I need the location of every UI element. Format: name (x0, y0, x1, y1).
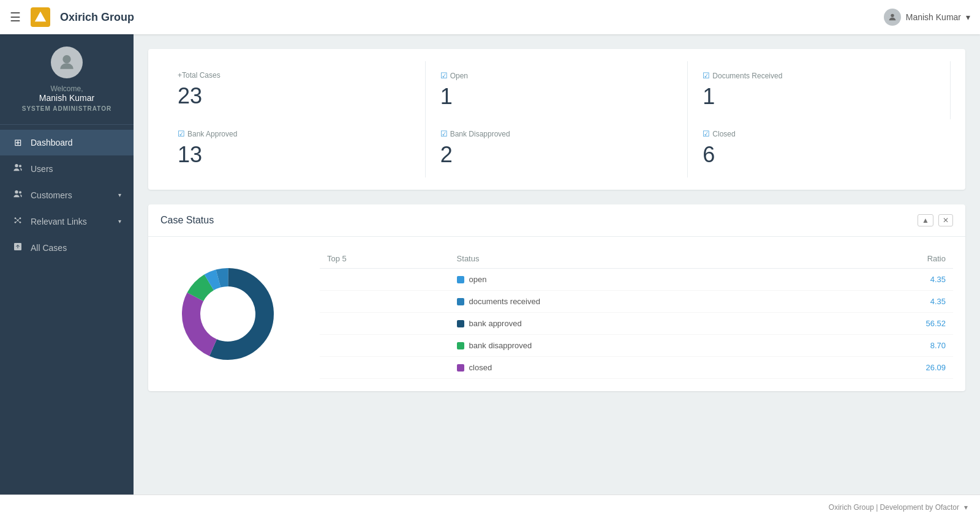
app-logo (31, 7, 50, 27)
svg-point-8 (15, 217, 17, 219)
sidebar-profile: Welcome, Manish Kumar SYSTEM ADMINISTRAT… (0, 34, 134, 125)
sidebar-item-label: Dashboard (31, 138, 121, 147)
status-label: closed (469, 363, 492, 372)
svg-line-12 (16, 218, 17, 220)
svg-point-5 (15, 190, 18, 193)
row-index (320, 291, 450, 313)
row-status: bank disapproved (450, 335, 822, 357)
footer-dropdown-arrow: ▾ (964, 503, 968, 512)
legend-dot (457, 342, 464, 349)
status-label: documents received (469, 297, 540, 306)
col-header-top5: Top 5 (320, 249, 450, 269)
close-button[interactable]: ✕ (938, 214, 953, 226)
stat-value-bank-disapproved: 2 (440, 142, 673, 168)
stat-documents-received: ☑ Documents Received 1 (688, 61, 951, 119)
svg-point-6 (19, 191, 21, 193)
chevron-down-icon: ▾ (118, 218, 121, 225)
status-label: bank disapproved (469, 341, 532, 350)
relevant-links-icon (12, 215, 23, 227)
stat-closed: ☑ Closed 6 (688, 119, 951, 177)
row-status: open (450, 269, 822, 291)
stat-label-documents-received: ☑ Documents Received (703, 71, 935, 80)
legend-dot (457, 364, 464, 372)
check-icon: ☑ (178, 129, 185, 138)
svg-point-10 (15, 222, 17, 223)
brand-name: Oxirich Group (60, 11, 134, 24)
case-status-body: Top 5 Status Ratio open 4.35 (148, 237, 965, 391)
svg-line-14 (16, 221, 17, 222)
row-status: documents received (450, 291, 822, 313)
sidebar-role: SYSTEM ADMINISTRATOR (22, 105, 111, 112)
stat-value-open: 1 (440, 84, 673, 110)
legend-dot (457, 276, 464, 283)
row-status: closed (450, 357, 822, 379)
col-header-status: Status (450, 249, 822, 269)
hamburger-icon[interactable]: ☰ (10, 10, 21, 24)
chevron-down-icon: ▾ (118, 192, 121, 198)
stat-bank-approved: ☑ Bank Approved 13 (163, 119, 426, 177)
status-label: bank approved (469, 319, 522, 328)
svg-point-4 (19, 165, 21, 167)
svg-line-13 (18, 218, 20, 220)
collapse-button[interactable]: ▲ (918, 214, 933, 226)
case-status-title: Case Status (160, 215, 214, 226)
row-ratio: 8.70 (822, 335, 953, 357)
row-index (320, 313, 450, 335)
main-content: +Total Cases 23 ☑ Open 1 ☑ Documents Rec… (134, 34, 980, 495)
sidebar-item-label: Customers (31, 190, 111, 200)
footer: Oxirich Group | Development by Ofactor ▾ (0, 495, 980, 519)
stat-value-bank-approved: 13 (178, 142, 410, 168)
stat-value-documents-received: 1 (703, 84, 935, 110)
sidebar-username: Manish Kumar (39, 93, 94, 103)
row-index (320, 357, 450, 379)
navbar-left: ☰ Oxirich Group (10, 7, 134, 27)
navbar-dropdown-arrow: ▾ (966, 12, 970, 22)
layout: Welcome, Manish Kumar SYSTEM ADMINISTRAT… (0, 34, 980, 495)
legend-dot (457, 320, 464, 327)
sidebar-item-all-cases[interactable]: All Cases (0, 234, 134, 261)
sidebar-item-users[interactable]: Users (0, 155, 134, 182)
sidebar-item-relevant-links[interactable]: Relevant Links ▾ (0, 208, 134, 234)
stat-label-open: ☑ Open (440, 71, 673, 80)
donut-chart (179, 265, 277, 363)
dashboard-icon: ⊞ (12, 137, 23, 148)
user-avatar-icon (884, 9, 901, 26)
check-icon: ☑ (440, 129, 448, 138)
case-status-table: Top 5 Status Ratio open 4.35 (320, 249, 953, 379)
status-label: open (469, 275, 487, 284)
sidebar-item-label: Users (31, 164, 121, 174)
footer-text: Oxirich Group | Development by Ofactor (829, 503, 959, 512)
donut-chart-area (160, 249, 295, 379)
stat-total-cases: +Total Cases 23 (163, 61, 426, 119)
svg-marker-0 (35, 12, 46, 22)
navbar-username: Manish Kumar (906, 12, 961, 22)
sidebar-item-dashboard[interactable]: ⊞ Dashboard (0, 130, 134, 155)
sidebar-item-customers[interactable]: Customers ▾ (0, 182, 134, 208)
table-row: documents received 4.35 (320, 291, 953, 313)
sidebar: Welcome, Manish Kumar SYSTEM ADMINISTRAT… (0, 34, 134, 495)
stat-value-total-cases: 23 (178, 83, 410, 109)
svg-point-9 (20, 217, 21, 219)
customers-icon (12, 189, 23, 201)
stats-card: +Total Cases 23 ☑ Open 1 ☑ Documents Rec… (148, 49, 965, 190)
check-icon: ☑ (703, 71, 710, 80)
stat-open: ☑ Open 1 (426, 61, 688, 119)
col-header-ratio: Ratio (822, 249, 953, 269)
user-menu[interactable]: Manish Kumar ▾ (884, 9, 970, 26)
case-status-card: Case Status ▲ ✕ (148, 204, 965, 391)
stat-value-closed: 6 (703, 142, 936, 168)
sidebar-item-label: All Cases (31, 243, 121, 253)
check-icon: ☑ (440, 71, 448, 80)
legend-dot (457, 298, 464, 305)
sidebar-nav: ⊞ Dashboard Users Customers ▾ R (0, 125, 134, 495)
navbar: ☰ Oxirich Group Manish Kumar ▾ (0, 0, 980, 34)
stat-label-bank-approved: ☑ Bank Approved (178, 129, 410, 138)
row-index (320, 335, 450, 357)
row-ratio: 56.52 (822, 313, 953, 335)
stats-grid: +Total Cases 23 ☑ Open 1 ☑ Documents Rec… (163, 61, 951, 177)
row-index (320, 269, 450, 291)
all-cases-icon (12, 242, 23, 253)
row-ratio: 4.35 (822, 291, 953, 313)
stat-label-bank-disapproved: ☑ Bank Disapproved (440, 129, 673, 138)
stat-label-total-cases: +Total Cases (178, 71, 410, 80)
